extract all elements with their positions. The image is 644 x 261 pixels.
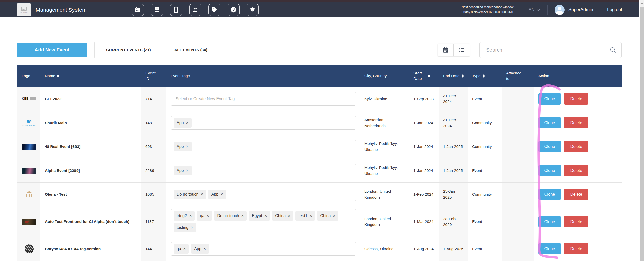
column-header-name[interactable]: Name [40,65,141,87]
search-icon[interactable] [610,47,616,54]
remove-tag-icon[interactable]: × [207,214,209,218]
column-header-logo: Logo [17,65,40,87]
calendar-view-icon[interactable] [438,44,454,56]
city-country-cell: London, United Kingdom [360,182,409,206]
tag-label: App [211,191,218,197]
remove-tag-icon[interactable]: × [221,192,223,196]
remove-tag-icon[interactable]: × [204,247,206,251]
tag-label: China [320,213,331,219]
sort-arrows-icon[interactable] [483,74,485,78]
table-row: CEECEE2022714Select or Create New Event … [17,87,622,111]
brand-logo-placeholder[interactable]: No Image [17,3,31,16]
sort-arrows-icon[interactable] [428,74,430,78]
tab-all-events[interactable]: ALL EVENTS (34) [163,42,219,58]
delete-button[interactable]: Delete [564,117,588,128]
clone-button[interactable]: Clone [538,216,561,227]
tag-icon[interactable] [208,4,220,16]
maintenance-line1: Next scheduled maintenance window: [461,5,514,10]
education-icon[interactable] [247,4,259,16]
event-tags-input[interactable]: Do no touch×App× [171,188,356,201]
column-header-end-date[interactable]: End Date [439,65,468,87]
dashboard-icon[interactable] [228,4,240,16]
city-country-cell: London, United Kingdom [360,206,409,237]
window-top-strip [0,0,639,2]
end-date-cell: 1-Aug 2026 [439,237,468,261]
delete-button[interactable]: Delete [564,216,588,227]
delete-button[interactable]: Delete [564,189,588,200]
remove-tag-icon[interactable]: × [310,214,312,218]
column-header-type[interactable]: Type [468,65,502,87]
event-tags-cell: App× [166,111,360,135]
clone-button[interactable]: Clone [538,141,561,152]
remove-tag-icon[interactable]: × [186,169,188,173]
calendar-icon[interactable] [132,4,144,16]
search-input[interactable] [479,42,622,58]
list-view-icon[interactable] [454,44,470,56]
event-logo-cell [17,182,40,206]
tag-chip: App× [174,166,192,175]
event-name-cell[interactable]: 48 Real Event [693] [40,135,141,159]
delete-button[interactable]: Delete [564,165,588,176]
user-name: SuperAdmin [568,7,593,12]
remove-tag-icon[interactable]: × [186,121,188,125]
delete-button[interactable]: Delete [564,243,588,254]
event-tags-input[interactable]: App× [171,140,356,153]
start-date-cell: 1-Feb 2024 [409,182,439,206]
user-menu[interactable]: SuperAdmin [548,5,600,15]
delete-button[interactable]: Delete [564,93,588,105]
event-name-cell[interactable]: Borys#1484-ID144-reg.version [40,237,141,261]
event-tags-input[interactable]: qa×App× [171,242,356,256]
event-name-cell[interactable]: Olena - Test [40,182,141,206]
tag-chip: qa× [197,211,212,221]
event-name-cell[interactable]: CEE2022 [40,87,141,111]
city-country-cell: Kyiv, Ukraine [360,87,409,111]
delete-button[interactable]: Delete [564,141,588,152]
remove-tag-icon[interactable]: × [201,192,203,196]
banner-dark-logo [22,168,36,174]
database-icon[interactable] [151,4,163,16]
event-name-cell[interactable]: Auto Test Front end for CI Alpha (don't … [40,206,141,237]
events-table: LogoNameEvent IDEvent TagsCity, CountryS… [17,65,622,261]
clone-button[interactable]: Clone [538,117,561,128]
remove-tag-icon[interactable]: × [183,247,186,251]
remove-tag-icon[interactable]: × [191,226,193,230]
event-name-cell[interactable]: Shurik Main [40,111,141,135]
remove-tag-icon[interactable]: × [186,145,188,149]
event-tags-input[interactable]: Select or Create New Event Tag [171,92,356,106]
remove-tag-icon[interactable]: × [189,214,192,218]
clone-button[interactable]: Clone [538,243,561,254]
remove-tag-icon[interactable]: × [241,214,244,218]
table-row: Olena - Test1035Do no touch×App×London, … [17,182,622,206]
event-name-cell[interactable]: Alpha Event [2289] [40,159,141,182]
remove-tag-icon[interactable]: × [288,214,290,218]
clone-button[interactable]: Clone [538,93,561,105]
table-row: Auto Test Front end for CI Alpha (don't … [17,206,622,237]
sort-arrows-icon[interactable] [462,74,464,78]
column-header-start-date[interactable]: Start Date [409,65,439,87]
column-label: Start Date [413,70,426,82]
remove-tag-icon[interactable]: × [333,214,335,218]
event-tags-input[interactable]: App× [171,164,356,177]
table-row: ƎPEXPOPLATFORMShurik Main148App×Amsterda… [17,111,622,135]
scrollbar-thumb[interactable] [640,7,644,261]
language-selector[interactable]: EN [521,7,547,12]
users-icon[interactable] [189,4,201,16]
start-date-cell: 1-Mar 2024 [409,206,439,237]
column-label: Event ID [145,70,157,82]
add-new-event-button[interactable]: Add New Event [17,43,87,57]
logout-button[interactable]: Log out [600,7,629,12]
scrollbar-up-arrow-icon[interactable] [641,2,643,4]
sort-arrows-icon[interactable] [57,74,59,78]
tab-current-events[interactable]: CURRENT EVENTS (21) [95,42,163,58]
remove-tag-icon[interactable]: × [264,214,267,218]
tag-label: test1 [298,213,307,219]
event-tags-input[interactable]: App× [171,116,356,130]
mobile-icon[interactable] [170,4,182,16]
tag-label: App [177,168,184,174]
event-tags-input[interactable]: trteg2×qa×Do no touch×Egypt×China×test1×… [171,209,356,234]
tag-label: testing [177,225,188,231]
clone-button[interactable]: Clone [538,165,561,176]
event-logo-cell [17,206,40,237]
column-label: City, Country [364,73,387,79]
clone-button[interactable]: Clone [538,189,561,200]
